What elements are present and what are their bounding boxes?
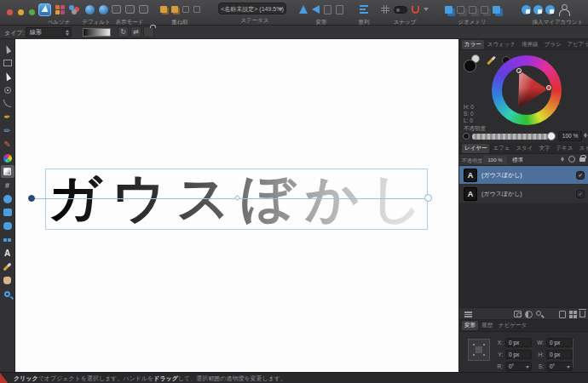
transparency-gradient-line[interactable] <box>34 198 429 199</box>
rotate-gradient-button[interactable] <box>118 26 129 37</box>
vector-crop-tool[interactable]: # <box>1 179 14 192</box>
hue-marker[interactable] <box>546 85 551 90</box>
layer-row-1[interactable]: A (ガウスぼかし) ✓ <box>459 166 588 184</box>
x-field[interactable]: 0 px <box>505 338 532 347</box>
blend-stepper-icon[interactable] <box>561 157 564 162</box>
gradient-type-dropdown[interactable]: 線形 <box>26 27 72 37</box>
opacity-stepper-icon[interactable] <box>584 133 587 138</box>
layer-lock-icon[interactable] <box>579 157 585 162</box>
rotate-cw-icon[interactable] <box>336 5 343 14</box>
boolean-xor-icon[interactable] <box>481 6 488 14</box>
gradient-preview-swatch[interactable] <box>83 28 111 37</box>
delete-layer-icon[interactable] <box>579 311 585 317</box>
group-layers-icon[interactable] <box>569 311 577 318</box>
boolean-divide-icon[interactable] <box>493 6 500 14</box>
tab-swatches[interactable]: スウォッチ <box>485 40 518 49</box>
view-tool[interactable] <box>1 274 14 287</box>
layer-opacity-dropdown[interactable]: 100 % <box>483 156 507 164</box>
blend-options-gear-icon[interactable] <box>568 156 575 163</box>
layers-stack-icon[interactable] <box>464 312 472 317</box>
shape-tool[interactable] <box>1 233 14 246</box>
tab-brushes[interactable]: ブラシ <box>542 40 564 49</box>
synchronise-defaults-icon[interactable] <box>85 5 95 14</box>
flip-vertical-icon[interactable] <box>312 5 320 14</box>
tab-appearance[interactable]: アピアランス <box>565 40 588 49</box>
pixel-view-icon[interactable] <box>125 5 135 14</box>
node-tool[interactable] <box>1 70 14 83</box>
tab-navigator[interactable]: ナビゲータ <box>496 321 529 330</box>
noise-toggle-icon[interactable] <box>463 133 470 140</box>
rotate-ccw-icon[interactable] <box>324 5 331 14</box>
tab-color[interactable]: カラー <box>462 40 484 49</box>
pixel-persona-icon[interactable] <box>55 5 65 14</box>
sl-marker[interactable] <box>516 68 522 73</box>
move-forward-icon[interactable] <box>182 6 189 13</box>
zoom-tool[interactable] <box>1 288 14 300</box>
alignment-icon[interactable] <box>360 5 368 14</box>
vector-brush-tool[interactable]: ✎ <box>1 138 14 151</box>
layer-row-2[interactable]: A (ガウスぼかし) ✓ <box>459 185 588 203</box>
color-wheel[interactable] <box>492 55 562 125</box>
pencil-tool[interactable]: ✏ <box>1 124 14 137</box>
boolean-intersect-icon[interactable] <box>469 6 476 14</box>
minimize-button[interactable] <box>18 9 24 15</box>
gradient-end-handle[interactable] <box>424 194 432 202</box>
snapping-toggle[interactable] <box>394 6 407 14</box>
move-to-front-icon[interactable] <box>160 6 167 13</box>
shear-field[interactable]: 0° <box>546 362 573 371</box>
fill-stroke-selector[interactable] <box>464 54 484 75</box>
rotation-field[interactable]: 0° <box>505 362 532 371</box>
fill-tool[interactable] <box>1 151 14 164</box>
close-button[interactable] <box>7 9 13 15</box>
magnet-icon[interactable] <box>412 6 419 14</box>
ellipse-tool[interactable] <box>1 192 14 205</box>
export-persona-icon[interactable] <box>69 5 79 14</box>
tab-history[interactable]: 履歴 <box>479 321 495 330</box>
revert-defaults-icon[interactable] <box>99 5 108 14</box>
gradient-start-handle[interactable] <box>28 195 35 202</box>
move-backward-icon[interactable] <box>193 6 200 13</box>
opacity-slider[interactable] <box>472 134 549 140</box>
boolean-subtract-icon[interactable] <box>457 6 464 14</box>
tab-stroke[interactable]: 境界線 <box>519 40 541 49</box>
artboard-tool[interactable] <box>1 56 14 69</box>
my-account-icon[interactable] <box>558 4 569 15</box>
rounded-rectangle-tool[interactable] <box>1 220 14 232</box>
y-field[interactable]: 0 px <box>505 350 532 359</box>
rectangle-tool[interactable] <box>1 206 14 219</box>
boolean-add-icon[interactable] <box>445 6 453 14</box>
tab-transform[interactable]: 変形 <box>462 321 478 330</box>
color-picker-tool[interactable] <box>1 260 14 273</box>
color-picker-icon[interactable] <box>487 56 496 66</box>
transparency-tool[interactable] <box>1 165 14 178</box>
tab-styles[interactable]: スタイ <box>513 144 535 153</box>
mask-layer-icon[interactable] <box>514 311 522 317</box>
vector-view-icon[interactable] <box>112 5 121 14</box>
transform-anchor-selector[interactable] <box>468 339 490 361</box>
corner-tool[interactable] <box>1 97 14 110</box>
lock-gradient-button[interactable] <box>143 26 154 37</box>
tab-stock[interactable]: ストッ <box>576 144 588 153</box>
snap-options-chevron-icon[interactable] <box>424 8 429 11</box>
adjustment-layer-icon[interactable] <box>525 311 533 318</box>
opacity-value-field[interactable]: 100 % <box>558 131 582 141</box>
fill-swatch[interactable] <box>464 60 476 72</box>
tab-text[interactable]: テキス <box>553 144 575 153</box>
document-title-dropdown[interactable]: <名称未設定> (149.5%) <box>218 3 286 14</box>
w-field[interactable]: 0 px <box>546 338 573 347</box>
tab-layers[interactable]: レイヤー <box>462 144 489 153</box>
designer-persona-icon[interactable] <box>38 3 51 16</box>
pen-tool[interactable]: ✒ <box>1 111 14 123</box>
new-layer-icon[interactable] <box>559 311 566 318</box>
artistic-text-tool[interactable]: A <box>1 247 14 260</box>
blend-mode-dropdown[interactable]: 標準 <box>510 156 536 164</box>
tab-effects[interactable]: エフェ <box>490 144 512 153</box>
move-to-back-icon[interactable] <box>171 6 178 13</box>
move-tool[interactable] <box>1 43 14 55</box>
reverse-gradient-button[interactable] <box>130 26 141 37</box>
retina-view-icon[interactable] <box>139 5 148 14</box>
layer-effects-icon[interactable] <box>536 311 541 316</box>
grid-icon[interactable] <box>381 5 389 14</box>
h-field[interactable]: 0 px <box>546 350 573 359</box>
layer-visibility-checkbox[interactable]: ✓ <box>576 190 585 198</box>
